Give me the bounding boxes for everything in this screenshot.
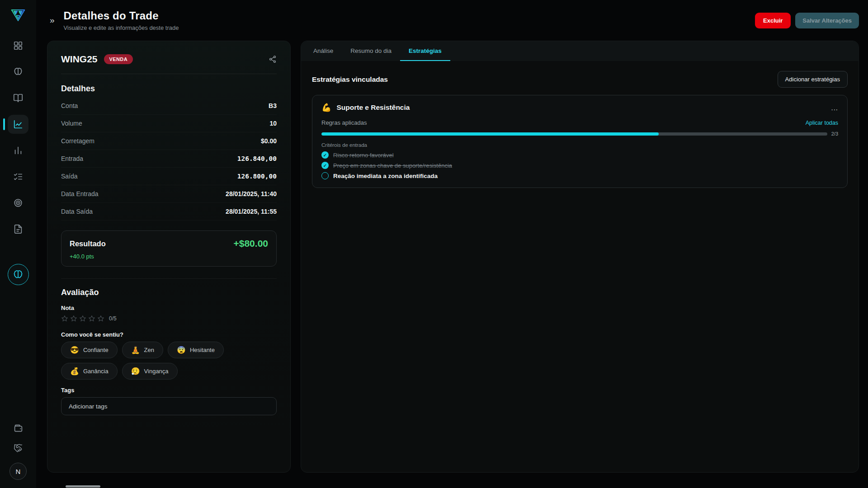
- criteria-item[interactable]: ✓Preço em zonas chave de suporte/resistê…: [321, 162, 838, 169]
- criteria-item[interactable]: Reação imediata a zona identificada: [321, 172, 838, 179]
- tab-estrategias[interactable]: Estratégias: [400, 41, 450, 61]
- feeling-pill-zen[interactable]: 🧘Zen: [122, 342, 163, 358]
- tags-input[interactable]: [61, 397, 277, 415]
- feeling-label: Como você se sentiu?: [61, 331, 277, 338]
- progress-fill: [321, 132, 659, 136]
- sidebar-item-dashboard[interactable]: [8, 36, 28, 55]
- share-button[interactable]: [269, 55, 277, 63]
- stars: 0/5: [61, 315, 277, 322]
- detail-label: Entrada: [61, 155, 83, 162]
- detail-value: 28/01/2025, 11:40: [226, 190, 277, 197]
- ganancia-emoji-icon: 💰: [70, 367, 79, 375]
- strategy-card: 💪 Suporte e Resistência ... Regras aplic…: [312, 95, 848, 188]
- book-open-icon: [13, 93, 23, 103]
- detail-row: Data Saída28/01/2025, 11:55: [61, 203, 277, 221]
- detail-value: 28/01/2025, 11:55: [226, 208, 277, 215]
- add-strategies-button[interactable]: Adicionar estratégias: [778, 71, 848, 88]
- horizontal-scrollbar-thumb[interactable]: [66, 485, 100, 488]
- sidebar-item-statistics[interactable]: [8, 141, 28, 160]
- vinganca-emoji-icon: 😮‍💨: [131, 367, 140, 375]
- tab-resumo-do-dia[interactable]: Resumo do dia: [342, 41, 400, 61]
- sidebar-item-reports[interactable]: [8, 220, 28, 239]
- content: WING25 VENDA Detalhes ContaB3Volume10Cor…: [36, 41, 868, 473]
- trade-card-header: WING25 VENDA: [61, 54, 277, 74]
- delete-button[interactable]: Excluir: [755, 13, 791, 28]
- detail-label: Conta: [61, 102, 78, 109]
- header-actions: Excluir Salvar Alterações: [755, 13, 859, 28]
- trade-symbol: WING25: [61, 54, 98, 65]
- brain-circle-icon: [13, 269, 24, 280]
- file-text-icon: [13, 224, 23, 234]
- feeling-pill-ganancia[interactable]: 💰Ganância: [61, 363, 118, 380]
- result-box: Resultado +$80.00 +40.0 pts: [61, 230, 277, 267]
- nota-label: Nota: [61, 305, 277, 311]
- tab-analise[interactable]: Análise: [305, 41, 342, 61]
- rating-text: 0/5: [109, 315, 117, 322]
- ai-assistant-button[interactable]: [8, 264, 29, 285]
- detail-row: Saída126.800,00: [61, 168, 277, 185]
- empty-circle-icon[interactable]: [321, 172, 329, 179]
- check-circle-icon[interactable]: ✓: [321, 162, 329, 169]
- bar-chart-icon: [13, 145, 23, 155]
- share-icon: [269, 55, 277, 63]
- result-points: +40.0 pts: [70, 253, 268, 260]
- feeling-label: Zen: [144, 347, 154, 353]
- app-logo-icon[interactable]: [9, 6, 27, 23]
- criteria-list: ✓Risco retorno favorável✓Preço em zonas …: [321, 151, 838, 179]
- detail-label: Corretagem: [61, 137, 94, 145]
- detail-row: Volume10: [61, 115, 277, 132]
- collapse-sidebar-button[interactable]: »: [48, 14, 57, 27]
- feeling-label: Ganância: [83, 368, 108, 375]
- detail-row: Corretagem$0.00: [61, 132, 277, 150]
- progress-track: [321, 132, 827, 136]
- strategies-panel: Estratégias vinculadas Adicionar estraté…: [301, 61, 859, 198]
- confiante-emoji-icon: 😎: [70, 346, 79, 354]
- feeling-pill-confiante[interactable]: 😎Confiante: [61, 342, 118, 358]
- details-rows: ContaB3Volume10Corretagem$0.00Entrada126…: [61, 97, 277, 221]
- star-icon[interactable]: [97, 315, 104, 322]
- page-subtitle: Visualize e edite as informações deste t…: [64, 24, 179, 31]
- page-header: » Detalhes do Trade Visualize e edite as…: [36, 0, 868, 41]
- sidebar-item-journal[interactable]: [8, 89, 28, 108]
- user-avatar[interactable]: N: [9, 463, 27, 480]
- chevrons-right-icon: »: [50, 15, 55, 25]
- detail-row: ContaB3: [61, 97, 277, 115]
- detail-value: $0.00: [261, 137, 277, 145]
- list-checks-icon: [13, 172, 23, 182]
- sidebar-bottom: N: [9, 424, 27, 480]
- feeling-label: Confiante: [83, 347, 108, 353]
- sidebar-item-partners[interactable]: [14, 443, 23, 453]
- detail-value: 126.800,00: [237, 173, 277, 180]
- feeling-pill-hesitante[interactable]: 😨Hesitante: [168, 342, 224, 358]
- details-title: Detalhes: [61, 84, 277, 94]
- page-header-text: Detalhes do Trade Visualize e edite as i…: [64, 9, 179, 31]
- save-changes-button[interactable]: Salvar Alterações: [795, 13, 859, 28]
- star-icon[interactable]: [70, 315, 77, 322]
- sidebar-item-trades[interactable]: [8, 115, 28, 134]
- sidebar-item-checklist[interactable]: [8, 167, 28, 186]
- page-title: Detalhes do Trade: [64, 9, 179, 22]
- tab-strip: AnáliseResumo do diaEstratégias: [301, 41, 859, 61]
- detail-label: Data Entrada: [61, 190, 99, 197]
- star-icon[interactable]: [79, 315, 86, 322]
- feeling-label: Hesitante: [190, 347, 215, 353]
- criteria-item[interactable]: ✓Risco retorno favorável: [321, 151, 838, 159]
- check-circle-icon[interactable]: ✓: [321, 151, 329, 159]
- progress-count: 2/3: [831, 131, 838, 136]
- rules-applied-label: Regras aplicadas: [321, 119, 367, 126]
- chart-line-icon: [13, 119, 23, 129]
- avatar-initial: N: [16, 468, 21, 475]
- feeling-pill-vinganca[interactable]: 😮‍💨Vingança: [122, 363, 178, 380]
- star-icon[interactable]: [61, 315, 68, 322]
- result-label: Resultado: [70, 239, 106, 248]
- criteria-text: Risco retorno favorável: [333, 152, 394, 159]
- sidebar-item-goals[interactable]: [8, 193, 28, 212]
- apply-all-link[interactable]: Aplicar todas: [806, 120, 838, 126]
- strategy-menu-button[interactable]: ...: [831, 104, 838, 112]
- sidebar-item-wallet[interactable]: [14, 424, 23, 433]
- trade-tabs-card: AnáliseResumo do diaEstratégias Estratég…: [301, 41, 859, 473]
- evaluation-title: Avaliação: [61, 288, 277, 297]
- sidebar-item-mindset[interactable]: [8, 62, 28, 81]
- strategy-name: Suporte e Resistência: [336, 103, 410, 112]
- star-icon[interactable]: [88, 315, 95, 322]
